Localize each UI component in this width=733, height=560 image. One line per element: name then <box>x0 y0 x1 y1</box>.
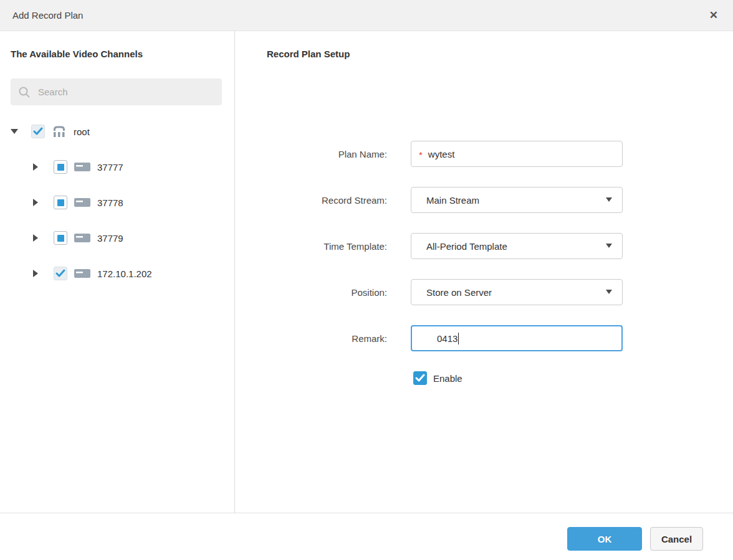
chevron-down-icon <box>606 197 612 202</box>
enable-label: Enable <box>433 373 462 384</box>
tree-row-device[interactable]: 37778 <box>11 195 222 210</box>
record-stream-row: Record Stream: Main Stream <box>236 187 733 213</box>
device-icon <box>74 233 90 243</box>
tree-node-label: root <box>74 126 90 137</box>
device-icon <box>74 197 90 207</box>
time-template-label: Time Template: <box>236 241 387 252</box>
position-value: Store on Server <box>426 287 492 298</box>
expand-expander-icon[interactable] <box>33 270 42 277</box>
channel-tree: root 37777 <box>11 124 222 281</box>
record-plan-form: Plan Name: * wytest Record Stream: Main … <box>236 141 733 385</box>
search-input[interactable] <box>38 87 200 97</box>
plan-name-value: wytest <box>428 149 455 159</box>
enable-row: Enable <box>413 371 733 385</box>
plan-name-label: Plan Name: <box>236 149 387 159</box>
expand-expander-icon[interactable] <box>33 199 42 206</box>
device-icon <box>74 162 90 172</box>
right-panel-header: Record Plan Setup <box>267 49 733 59</box>
tree-node-label: 37778 <box>97 197 123 208</box>
search-icon <box>18 86 31 98</box>
add-record-plan-dialog: Add Record Plan ✕ The Available Video Ch… <box>0 0 733 560</box>
required-asterisk-icon: * <box>419 149 423 160</box>
tree-checkbox-partial[interactable] <box>54 196 67 209</box>
tree-node-label: 37777 <box>97 162 123 173</box>
position-row: Position: Store on Server <box>236 279 733 305</box>
organization-icon <box>52 126 67 138</box>
tree-row-root[interactable]: root <box>11 124 222 139</box>
time-template-row: Time Template: All-Period Template <box>236 233 733 259</box>
tree-row-device[interactable]: 37777 <box>11 159 222 174</box>
tree-checkbox-checked[interactable] <box>54 267 67 280</box>
record-stream-select[interactable]: Main Stream <box>411 187 623 213</box>
expand-expander-icon[interactable] <box>33 163 42 171</box>
chevron-down-icon <box>606 244 612 248</box>
position-select[interactable]: Store on Server <box>411 279 623 305</box>
available-channels-panel: The Available Video Channels <box>0 31 235 513</box>
tree-checkbox-partial[interactable] <box>54 160 67 174</box>
left-panel-header: The Available Video Channels <box>11 49 222 59</box>
remark-value: 0413 <box>419 333 458 344</box>
time-template-value: All-Period Template <box>426 241 507 252</box>
tree-checkbox-checked[interactable] <box>31 125 45 138</box>
enable-checkbox[interactable] <box>413 371 427 385</box>
time-template-select[interactable]: All-Period Template <box>411 233 623 259</box>
record-plan-setup-panel: Record Plan Setup Plan Name: * wytest Re… <box>236 31 733 513</box>
tree-row-device[interactable]: 37779 <box>11 230 222 245</box>
plan-name-row: Plan Name: * wytest <box>236 141 733 167</box>
tree-node-label: 172.10.1.202 <box>97 268 152 279</box>
device-icon <box>74 268 90 278</box>
remark-row: Remark: 0413 <box>236 325 733 351</box>
position-label: Position: <box>236 287 387 298</box>
tree-node-label: 37779 <box>97 233 123 244</box>
remark-input[interactable]: 0413 <box>411 325 623 351</box>
record-stream-label: Record Stream: <box>236 195 387 206</box>
expand-expander-icon[interactable] <box>33 234 42 242</box>
channel-search-box[interactable] <box>11 78 222 105</box>
text-cursor <box>458 333 459 344</box>
dialog-footer: OK Cancel <box>0 513 733 560</box>
tree-row-device[interactable]: 172.10.1.202 <box>11 266 222 281</box>
plan-name-input[interactable]: * wytest <box>411 141 623 167</box>
remark-label: Remark: <box>236 333 387 344</box>
collapse-expander-icon[interactable] <box>11 129 19 134</box>
close-icon[interactable]: ✕ <box>709 10 718 21</box>
record-stream-value: Main Stream <box>426 195 479 206</box>
cancel-button[interactable]: Cancel <box>650 527 703 551</box>
ok-button[interactable]: OK <box>567 527 642 551</box>
dialog-title: Add Record Plan <box>12 10 83 21</box>
tree-checkbox-partial[interactable] <box>54 231 67 245</box>
chevron-down-icon <box>606 290 612 294</box>
dialog-titlebar: Add Record Plan ✕ <box>0 0 733 31</box>
